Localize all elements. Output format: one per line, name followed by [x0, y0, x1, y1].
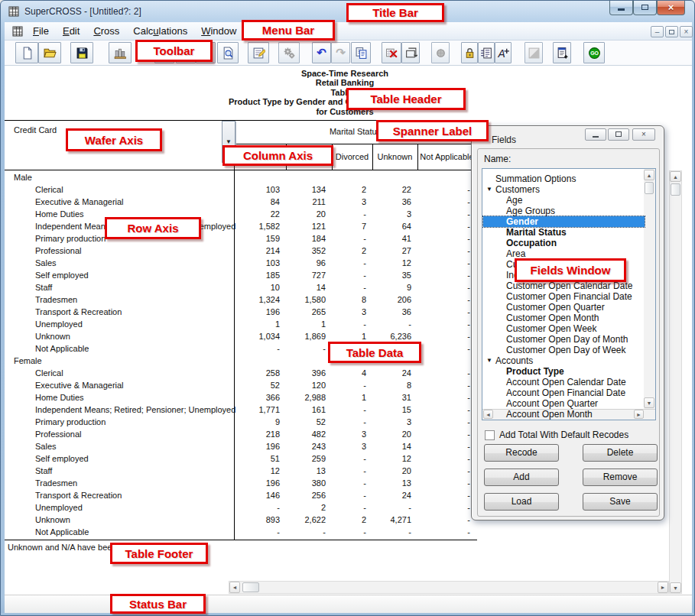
expand-arrow-icon[interactable]: ▼: [486, 355, 492, 366]
toolbar-button-print-preview[interactable]: [217, 42, 239, 63]
field-item-customer-open-day-of-month[interactable]: Customer Open Day of Month: [483, 334, 645, 345]
row-label[interactable]: Sales: [35, 442, 57, 451]
fields-scroll-down-button[interactable]: ▼: [644, 397, 654, 408]
row-label[interactable]: Tradesmen: [35, 295, 77, 304]
mdi-minimize-button[interactable]: –: [651, 26, 664, 37]
field-item-customer-open-financial-date[interactable]: Customer Open Financial Date: [483, 291, 645, 302]
row-label[interactable]: Professional: [35, 246, 82, 255]
delete-button[interactable]: Delete: [583, 444, 658, 462]
field-item-gender[interactable]: Gender: [483, 216, 645, 227]
add-total-checkbox[interactable]: [485, 430, 495, 440]
toolbar-button-shade[interactable]: [524, 42, 543, 63]
field-item-account-open-financial-date[interactable]: Account Open Financial Date: [483, 387, 645, 398]
fields-scroll-up-button[interactable]: ▲: [644, 170, 654, 180]
toolbar-button-new-table[interactable]: [553, 42, 571, 63]
field-item-customer-open-calendar-date[interactable]: Customer Open Calendar Date: [483, 280, 645, 291]
field-item-summation-options[interactable]: Summation Options: [483, 173, 645, 184]
menu-item-window[interactable]: Window: [194, 22, 243, 39]
field-item-customer-open-day-of-week[interactable]: Customer Open Day of Week: [483, 345, 645, 355]
fields-minimize-button[interactable]: [585, 128, 606, 141]
row-label[interactable]: Transport & Recreation: [35, 491, 122, 500]
expand-arrow-icon[interactable]: ▼: [486, 184, 492, 195]
toolbar-button-go[interactable]: GO: [583, 42, 605, 63]
toolbar-button-open-folder[interactable]: [38, 42, 61, 63]
fields-scroll-thumb[interactable]: [645, 182, 654, 194]
field-item-age-groups[interactable]: Age Groups: [483, 206, 645, 216]
row-label[interactable]: Not Applicable: [35, 527, 89, 537]
wafer-axis-label[interactable]: Credit Card: [14, 125, 57, 135]
row-label[interactable]: Home Duties: [35, 209, 84, 219]
row-label[interactable]: Not Applicable: [35, 344, 89, 353]
field-item-customer-open-week[interactable]: Customer Open Week: [483, 323, 645, 334]
vertical-scrollbar[interactable]: ▲ ▼: [669, 170, 682, 594]
menu-item-edit[interactable]: Edit: [56, 22, 86, 39]
row-label[interactable]: Self employed: [35, 454, 89, 463]
row-label[interactable]: Unemployed: [35, 503, 83, 512]
menu-item-cross[interactable]: Cross: [86, 22, 126, 39]
field-item-account-open-month[interactable]: Account Open Month: [483, 409, 645, 420]
toolbar-button-delete-table[interactable]: [382, 42, 401, 63]
row-label[interactable]: Female: [14, 356, 42, 365]
row-label[interactable]: Clerical: [35, 185, 63, 194]
vertical-scroll-thumb[interactable]: [671, 183, 680, 196]
scroll-left-button[interactable]: ◄: [229, 582, 240, 593]
field-item-area[interactable]: Area: [483, 248, 645, 259]
toolbar-button-lock[interactable]: [461, 42, 478, 63]
field-item-accounts[interactable]: Accounts▼: [483, 355, 645, 366]
fields-vertical-scrollbar[interactable]: ▲ ▼: [644, 169, 655, 409]
field-item-age[interactable]: Age: [483, 195, 645, 206]
horizontal-scrollbar[interactable]: ◄ ►: [229, 581, 669, 594]
row-label[interactable]: Male: [14, 173, 32, 182]
toolbar-button-new-document[interactable]: [15, 42, 38, 63]
fields-maximize-button[interactable]: [608, 128, 629, 141]
field-item-product-type[interactable]: Product Type: [483, 366, 645, 377]
toolbar-button-table-catalogue[interactable]: [109, 42, 132, 63]
toolbar-button-transpose[interactable]: [401, 42, 420, 63]
row-label[interactable]: Unknown: [35, 332, 70, 341]
toolbar-button-font-size[interactable]: A: [495, 42, 512, 63]
column-header[interactable]: Unknown: [372, 144, 417, 170]
close-button[interactable]: ×: [657, 1, 685, 15]
fields-close-button[interactable]: ×: [632, 128, 655, 141]
column-header[interactable]: Divorced: [332, 144, 372, 170]
row-label[interactable]: Primary production: [35, 417, 106, 426]
field-item-customers[interactable]: Customers▼: [483, 184, 645, 195]
row-label[interactable]: Primary production: [35, 234, 106, 243]
toolbar-button-recode-list[interactable]: [478, 42, 495, 63]
recode-button[interactable]: Recode: [484, 444, 559, 462]
field-item-occupation[interactable]: Occupation: [483, 238, 645, 248]
mdi-restore-button[interactable]: [665, 26, 678, 37]
toolbar-button-copy[interactable]: [351, 42, 371, 63]
toolbar-button-undo[interactable]: ↶: [312, 42, 331, 63]
field-item-customer-open-month[interactable]: Customer Open Month: [483, 313, 645, 323]
toolbar-button-edit-table[interactable]: [248, 42, 269, 63]
maximize-button[interactable]: [633, 1, 657, 15]
add-button[interactable]: Add: [484, 468, 559, 486]
row-label[interactable]: Executive & Managerial: [35, 197, 124, 206]
horizontal-scroll-thumb[interactable]: [242, 582, 259, 592]
minimize-button[interactable]: [609, 1, 633, 15]
row-label[interactable]: Tradesmen: [35, 478, 77, 488]
field-item-account-open-calendar-date[interactable]: Account Open Calendar Date: [483, 377, 645, 387]
fields-list[interactable]: ▲ ▼ ◄ ► Summation OptionsCustomers▼AgeAg…: [482, 168, 656, 420]
menu-item-calculations[interactable]: Calculations: [126, 22, 194, 39]
field-item-customer-open-quarter[interactable]: Customer Open Quarter: [483, 302, 645, 313]
field-item-marital-status[interactable]: Marital Status: [483, 227, 645, 238]
field-item-account-open-quarter[interactable]: Account Open Quarter: [483, 398, 645, 409]
row-label[interactable]: Professional: [35, 430, 82, 439]
toolbar-button-redo[interactable]: ↷: [331, 42, 350, 63]
remove-button[interactable]: Remove: [583, 468, 658, 486]
row-label[interactable]: Sales: [35, 258, 57, 267]
row-label[interactable]: Executive & Managerial: [35, 381, 124, 390]
row-label[interactable]: Unknown: [35, 515, 70, 524]
row-label[interactable]: Staff: [35, 283, 52, 292]
row-label[interactable]: Unemployed: [35, 319, 83, 329]
row-label[interactable]: Clerical: [35, 368, 63, 378]
save-button[interactable]: Save: [583, 493, 658, 511]
menu-item-file[interactable]: File: [26, 22, 56, 39]
row-label[interactable]: Independent Means; Retired; Pensioner; U…: [35, 405, 235, 414]
toolbar-button-gears[interactable]: [278, 42, 300, 63]
scroll-down-button[interactable]: ▼: [670, 582, 681, 593]
column-header[interactable]: Not Applicable: [417, 144, 476, 170]
scroll-up-button[interactable]: ▲: [670, 171, 681, 182]
